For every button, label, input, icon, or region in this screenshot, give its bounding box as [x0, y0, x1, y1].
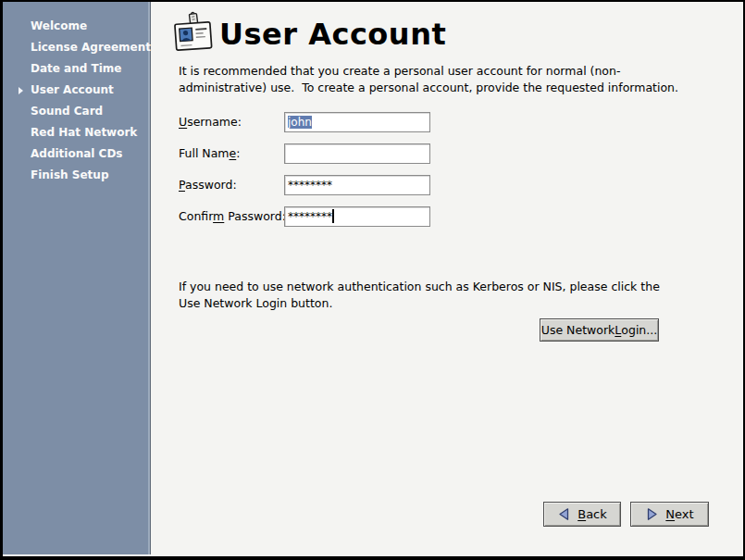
next-arrow-icon: [645, 507, 659, 521]
confirm-password-masked-value: ********: [288, 210, 332, 223]
sidebar-item-date-and-time: Date and Time: [3, 58, 150, 80]
next-button[interactable]: Next: [630, 502, 709, 527]
network-note-line-2: Use Network Login button.: [179, 295, 660, 312]
wizard-steps-sidebar: Welcome License Agreement Date and Time …: [3, 2, 151, 554]
back-button-label: Back: [577, 507, 607, 521]
page-title: User Account: [219, 17, 446, 52]
network-note-line-1: If you need to use network authenticatio…: [179, 279, 660, 295]
password-row: Password: ********: [179, 175, 237, 195]
setup-agent-window: Welcome License Agreement Date and Time …: [0, 0, 745, 560]
username-input[interactable]: john: [284, 112, 430, 132]
sidebar-item-red-hat-network: Red Hat Network: [3, 122, 150, 143]
back-arrow-icon: [557, 507, 571, 521]
intro-line-1: It is recommended that you create a pers…: [179, 63, 678, 80]
intro-text: It is recommended that you create a pers…: [179, 63, 678, 96]
sidebar-item-sound-card: Sound Card: [3, 101, 150, 122]
next-button-label: Next: [665, 507, 693, 521]
full-name-row: Full Name:: [179, 143, 240, 164]
sidebar-item-license-agreement: License Agreement: [3, 37, 150, 58]
password-input[interactable]: ********: [284, 175, 430, 195]
password-label: Password:: [179, 178, 237, 192]
id-badge-icon: [171, 11, 216, 59]
full-name-input[interactable]: [284, 143, 430, 164]
confirm-password-row: Confirm Password: ********: [179, 206, 286, 227]
sidebar-item-finish-setup: Finish Setup: [3, 165, 150, 186]
username-label: Username:: [179, 115, 242, 129]
password-masked-value: ********: [288, 179, 332, 192]
sidebar-item-welcome: Welcome: [3, 16, 150, 37]
username-selected-text: john: [288, 116, 312, 129]
use-network-login-button[interactable]: Use Network Login...: [540, 318, 659, 342]
back-button[interactable]: Back: [543, 502, 621, 527]
sidebar-item-user-account: User Account: [3, 80, 150, 101]
sidebar-item-label: User Account: [31, 83, 114, 96]
text-caret: [332, 209, 334, 223]
confirm-password-label: Confirm Password:: [179, 209, 286, 223]
active-step-arrow-icon: [19, 87, 23, 94]
sidebar-item-additional-cds: Additional CDs: [3, 143, 150, 165]
main-content: User Account It is recommended that you …: [151, 2, 743, 554]
network-auth-note: If you need to use network authenticatio…: [179, 279, 660, 312]
username-row: Username: john: [179, 112, 242, 132]
confirm-password-input[interactable]: ********: [284, 206, 430, 227]
intro-line-2: administrative) use. To create a persona…: [179, 80, 678, 96]
full-name-label: Full Name:: [179, 146, 240, 160]
